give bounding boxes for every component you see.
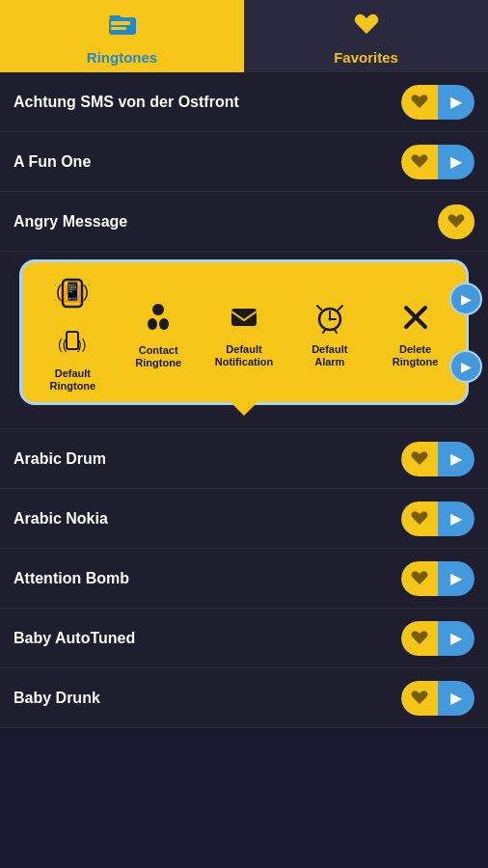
popup-item-default-notification[interactable]: Default Notification: [209, 301, 279, 368]
notification-icon: [228, 301, 260, 338]
popup-item-default-ringtone[interactable]: 📶 ((📱)) (( )) Default Ringtone: [38, 276, 107, 393]
svg-point-11: [159, 318, 169, 330]
popup-play-btn-bottom[interactable]: ▶: [449, 350, 482, 383]
list-item: Arabic Drum ▶: [0, 429, 488, 489]
play-button[interactable]: ▶: [438, 85, 474, 120]
favorites-icon: [351, 8, 382, 45]
toggle-button[interactable]: ▶: [401, 145, 474, 179]
phone-icon: 📶 ((📱)): [55, 276, 90, 318]
alarm-icon: [313, 301, 346, 338]
popup-label: Contact Ringtone: [135, 344, 181, 369]
ringtone-list: Achtung SMS von der Ostfront ▶ A Fun One…: [0, 72, 488, 728]
toggle-button[interactable]: ▶: [401, 681, 474, 716]
favorite-button[interactable]: [401, 561, 438, 596]
popup-label: Default Notification: [215, 343, 274, 368]
list-item-expanded: Angry Message: [0, 192, 488, 252]
ringtone-name: Arabic Nokia: [14, 510, 108, 528]
list-item: Arabic Nokia ▶: [0, 489, 488, 549]
favorite-button[interactable]: [401, 442, 438, 476]
action-buttons: ▶: [401, 145, 474, 179]
svg-point-9: [152, 304, 164, 315]
favorites-tab-label: Favorites: [334, 49, 398, 66]
popup-label: Default Alarm: [312, 343, 347, 368]
play-button[interactable]: ▶: [438, 502, 474, 536]
favorite-button[interactable]: [401, 85, 438, 120]
ringtones-tab-label: Ringtones: [87, 49, 157, 66]
popup-label: Default Ringtone: [50, 367, 96, 393]
svg-text:((📱)): ((📱)): [55, 281, 90, 302]
list-item: Baby AutoTuned ▶: [0, 609, 488, 668]
action-buttons: ▶: [401, 681, 474, 716]
ringtone-name: Baby AutoTuned: [14, 630, 135, 647]
play-button[interactable]: ▶: [438, 681, 474, 716]
ringtone-name: Attention Bomb: [14, 570, 129, 587]
play-button[interactable]: ▶: [438, 621, 474, 656]
popup-container: 📶 ((📱)) (( )) Default Ringtone: [19, 259, 469, 405]
action-popup: 📶 ((📱)) (( )) Default Ringtone: [0, 252, 488, 429]
svg-rect-2: [111, 27, 126, 30]
popup-label: Delete Ringtone: [393, 343, 439, 368]
favorite-button[interactable]: [438, 204, 474, 239]
contacts-icon: [142, 299, 175, 339]
svg-point-10: [148, 318, 157, 330]
svg-point-17: [328, 317, 331, 320]
ringtone-name: Baby Drunk: [14, 690, 100, 707]
list-item: Achtung SMS von der Ostfront ▶: [0, 72, 488, 132]
action-buttons: [438, 204, 474, 239]
toggle-button[interactable]: ▶: [401, 502, 474, 536]
popup-item-delete-ringtone[interactable]: Delete Ringtone: [381, 301, 450, 368]
favorite-button[interactable]: [401, 621, 438, 656]
favorite-button[interactable]: [401, 145, 438, 179]
popup-play-btn-top[interactable]: ▶: [449, 283, 482, 315]
tab-ringtones[interactable]: Ringtones: [0, 0, 244, 72]
toggle-button[interactable]: ▶: [401, 85, 474, 120]
action-buttons: ▶: [401, 502, 474, 536]
list-item: A Fun One ▶: [0, 132, 488, 192]
ringtone-name: A Fun One: [14, 153, 91, 171]
delete-icon: [399, 301, 432, 338]
play-button[interactable]: ▶: [438, 442, 474, 476]
ringtone-name: Achtung SMS von der Ostfront: [14, 94, 239, 111]
play-button[interactable]: ▶: [438, 561, 474, 596]
svg-rect-12: [231, 309, 257, 326]
action-buttons: ▶: [401, 621, 474, 656]
svg-line-18: [317, 306, 321, 310]
tab-bar: Ringtones Favorites: [0, 0, 488, 72]
action-buttons: ▶: [401, 561, 474, 596]
popup-arrow: [230, 402, 258, 416]
toggle-button[interactable]: [438, 204, 474, 239]
popup-item-default-alarm[interactable]: Default Alarm: [295, 301, 365, 368]
toggle-button[interactable]: ▶: [401, 561, 474, 596]
list-item: Attention Bomb ▶: [0, 549, 488, 609]
play-button[interactable]: ▶: [438, 145, 474, 179]
action-buttons: ▶: [401, 85, 474, 120]
favorite-button[interactable]: [401, 681, 438, 716]
ringtones-icon: [107, 8, 138, 45]
svg-line-19: [339, 306, 342, 310]
list-item: Baby Drunk ▶: [0, 668, 488, 728]
favorite-button[interactable]: [401, 502, 438, 536]
ringtone-name: Angry Message: [14, 213, 127, 231]
popup-item-contact-ringtone[interactable]: Contact Ringtone: [123, 299, 193, 369]
svg-line-21: [335, 330, 337, 333]
default-ringtone-icon: (( )): [56, 324, 89, 362]
svg-line-20: [323, 330, 325, 333]
svg-rect-0: [109, 17, 136, 35]
svg-text:)): )): [77, 337, 86, 352]
svg-rect-1: [111, 21, 130, 25]
ringtone-name: Arabic Drum: [14, 450, 106, 468]
toggle-button[interactable]: ▶: [401, 621, 474, 656]
tab-favorites[interactable]: Favorites: [244, 0, 488, 72]
action-buttons: ▶: [401, 442, 474, 476]
toggle-button[interactable]: ▶: [401, 442, 474, 476]
